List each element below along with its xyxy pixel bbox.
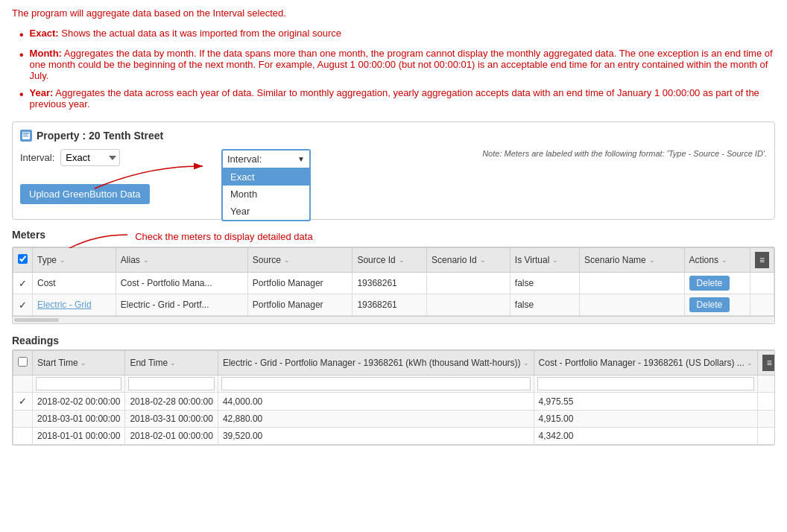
col-header-scenario-name[interactable]: Scenario Name ⌄: [580, 248, 685, 273]
reading-row-1: ✓ 2018-02-02 00:00:00 2018-02-28 00:00:0…: [13, 393, 776, 411]
filter-check-spacer: [13, 376, 33, 393]
cost-filter-input[interactable]: [537, 377, 754, 390]
source-sort-icon[interactable]: ⌄: [284, 256, 290, 264]
meter-row-2: ✓ Electric - Grid Electric - Grid - Port…: [13, 294, 774, 316]
meter-row-2-delete-button[interactable]: Delete: [689, 297, 730, 312]
actions-sort-icon[interactable]: ⌄: [721, 256, 727, 264]
bullet-month: Month: Aggregates the data by month. If …: [19, 48, 775, 81]
is-virtual-sort-icon[interactable]: ⌄: [552, 256, 558, 264]
meter-row-1-scenario-id: [427, 273, 511, 294]
reading-row-3-cost: 4,342.00: [534, 428, 757, 445]
col-header-actions[interactable]: Actions ⌄: [684, 248, 750, 273]
source-id-sort-icon[interactable]: ⌄: [399, 256, 405, 264]
dropdown-interval-label: Interval:: [227, 153, 262, 165]
meter-row-1-check[interactable]: ✓: [13, 273, 33, 294]
start-time-filter-input[interactable]: [36, 377, 121, 390]
scenario-name-sort-icon[interactable]: ⌄: [649, 256, 655, 264]
filter-spacer: [757, 376, 775, 393]
filter-start-time[interactable]: [33, 376, 125, 393]
readings-section-title: Readings: [12, 335, 775, 346]
readings-column-menu-button[interactable]: ≡: [762, 355, 775, 371]
reading-row-3-end-time: 2018-02-01 00:00:00: [125, 428, 218, 445]
col-header-check[interactable]: [13, 248, 33, 273]
reading-row-2-spacer: [757, 411, 775, 428]
col-header-source-id[interactable]: Source Id ⌄: [353, 248, 427, 273]
svg-rect-3: [23, 136, 28, 137]
readings-col-header-start-time[interactable]: Start Time ⌄: [33, 351, 125, 376]
electric-filter-input[interactable]: [221, 377, 531, 390]
end-time-sort-icon[interactable]: ⌄: [170, 359, 176, 367]
col-header-type[interactable]: Type ⌄: [33, 248, 116, 273]
readings-col-header-electric[interactable]: Electric - Grid - Portfolio Manager - 19…: [218, 351, 534, 376]
col-header-menu[interactable]: ≡: [750, 248, 774, 273]
meter-row-2-type-link[interactable]: Electric - Grid: [37, 300, 92, 310]
readings-col-header-check[interactable]: [13, 351, 33, 376]
meters-table-container: Type ⌄ Alias ⌄ Source ⌄: [12, 247, 775, 324]
col-header-source[interactable]: Source ⌄: [247, 248, 353, 273]
reading-row-2-check[interactable]: [13, 411, 33, 428]
column-menu-button[interactable]: ≡: [755, 252, 769, 268]
meter-row-2-source: Portfolio Manager: [247, 294, 353, 316]
readings-select-all-checkbox[interactable]: [18, 357, 28, 367]
dropdown-header: Interval: ▼: [223, 151, 309, 168]
meter-row-2-check[interactable]: ✓: [13, 294, 33, 316]
meter-row-1-alias: Cost - Portfolio Mana...: [116, 273, 247, 294]
intro-text: The program will aggregate data based on…: [12, 7, 775, 19]
end-time-filter-input[interactable]: [128, 377, 214, 390]
dropdown-arrow-icon[interactable]: ▼: [297, 155, 305, 163]
col-header-is-virtual[interactable]: Is Virtual ⌄: [510, 248, 579, 273]
meter-row-1-is-virtual: false: [510, 273, 579, 294]
reading-row-1-check[interactable]: ✓: [13, 393, 33, 411]
bullet-exact-bold: Exact:: [30, 28, 59, 39]
meter-row-2-alias: Electric - Grid - Portf...: [116, 294, 247, 316]
reading-row-1-electric: 44,000.00: [218, 393, 534, 411]
meters-scrollbar[interactable]: [13, 316, 774, 323]
filter-end-time[interactable]: [125, 376, 218, 393]
panel-header: Property : 20 Tenth Street: [20, 130, 767, 142]
meter-row-1-delete-button[interactable]: Delete: [689, 276, 730, 291]
filter-electric[interactable]: [218, 376, 534, 393]
alias-sort-icon[interactable]: ⌄: [143, 256, 149, 264]
reading-row-2-start-time: 2018-03-01 00:00:00: [33, 411, 125, 428]
start-time-sort-icon[interactable]: ⌄: [80, 359, 86, 367]
reading-row-3-spacer: [757, 428, 775, 445]
filter-cost[interactable]: [534, 376, 757, 393]
meter-row-1-spacer: [750, 273, 774, 294]
electric-sort-icon[interactable]: ⌄: [523, 359, 529, 367]
meter-row-2-source-id: 19368261: [353, 294, 427, 316]
reading-row-1-cost: 4,975.55: [534, 393, 757, 411]
col-header-alias[interactable]: Alias ⌄: [116, 248, 247, 273]
reading-row-3-start-time: 2018-01-01 00:00:00: [33, 428, 125, 445]
readings-section: Readings Start Time ⌄ End T: [12, 335, 775, 446]
readings-col-header-cost[interactable]: Cost - Portfolio Manager - 19368261 (US …: [534, 351, 757, 376]
reading-row-1-start-time: 2018-02-02 00:00:00: [33, 393, 125, 411]
readings-col-header-end-time[interactable]: End Time ⌄: [125, 351, 218, 376]
meter-row-1-source-id: 19368261: [353, 273, 427, 294]
dropdown-option-month[interactable]: Month: [223, 186, 309, 203]
meter-row-1-action[interactable]: Delete: [684, 273, 750, 294]
reading-row-3-electric: 39,520.00: [218, 428, 534, 445]
interval-dropdown-popup: Interval: ▼ Exact Month Year: [221, 149, 311, 221]
meter-row-2-spacer: [750, 294, 774, 316]
readings-table: Start Time ⌄ End Time ⌄ Electric - Grid …: [13, 350, 775, 445]
reading-row-3-check[interactable]: [13, 428, 33, 445]
panel-icon: [20, 130, 32, 142]
dropdown-option-exact[interactable]: Exact: [223, 168, 309, 186]
col-header-scenario-id[interactable]: Scenario Id ⌄: [427, 248, 511, 273]
readings-col-header-menu[interactable]: ≡: [757, 351, 775, 376]
dropdown-option-year[interactable]: Year: [223, 203, 309, 220]
reading-row-2-cost: 4,915.00: [534, 411, 757, 428]
meter-row-2-action[interactable]: Delete: [684, 294, 750, 316]
meters-section-title: Meters: [12, 229, 45, 241]
reading-row-1-spacer: [757, 393, 775, 411]
scenario-id-sort-icon[interactable]: ⌄: [480, 256, 486, 264]
meters-section: Meters Check the meters to display detai…: [12, 229, 775, 324]
readings-table-container: Start Time ⌄ End Time ⌄ Electric - Grid …: [12, 349, 775, 446]
arrow-annotation: [87, 159, 214, 196]
cost-sort-icon[interactable]: ⌄: [747, 359, 753, 367]
select-all-checkbox[interactable]: [18, 254, 28, 264]
type-sort-icon[interactable]: ⌄: [60, 256, 66, 264]
meter-row-2-is-virtual: false: [510, 294, 579, 316]
reading-row-2: 2018-03-01 00:00:00 2018-03-31 00:00:00 …: [13, 411, 776, 428]
meter-row-1-type: Cost: [33, 273, 116, 294]
